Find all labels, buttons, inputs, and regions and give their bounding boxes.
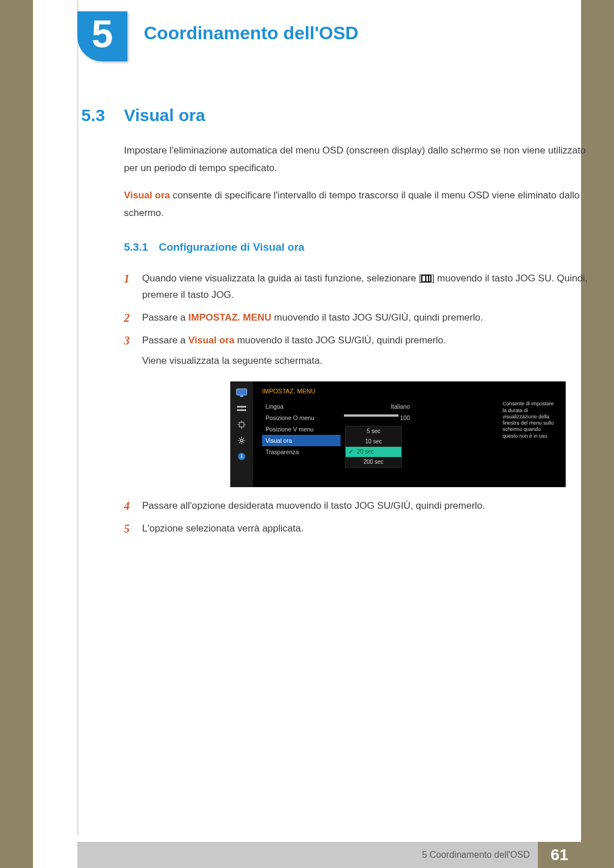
step-2-text-b: muovendo il tasto JOG SU/GIÙ, quindi pre… [271, 312, 483, 323]
osd-screenshot: i IMPOSTAZ. MENU Lingua Posizione O menu… [230, 381, 566, 487]
osd-popup-option: 10 sec [346, 437, 401, 447]
svg-rect-3 [237, 409, 246, 411]
step-2-text-a: Passare a [142, 312, 188, 323]
subsection-heading: 5.3.1 Configurazione di Visual ora [124, 238, 596, 257]
term-visual-ora: Visual ora [124, 190, 170, 201]
osd-popup-option: 5 sec [346, 426, 401, 437]
osd-header: IMPOSTAZ. MENU [259, 386, 561, 397]
intro-paragraph-1: Impostare l'eliminazione automatica del … [124, 142, 596, 177]
step-number: 5 [124, 519, 130, 539]
osd-menu-item: Posizione O menu [262, 412, 341, 423]
step-4: 4 Passare all'opzione desiderata muovend… [124, 497, 596, 514]
step-number: 3 [124, 331, 130, 351]
step-2: 2 Passare a IMPOSTAZ. MENU muovendo il t… [124, 309, 596, 326]
chapter-number-tab: 5 [77, 11, 127, 61]
step-1-text-a: Quando viene visualizzata la guida ai ta… [142, 273, 421, 284]
osd-sidebar: i [230, 381, 253, 487]
resize-icon [236, 420, 247, 429]
step-2-bold: IMPOSTAZ. MENU [188, 312, 271, 323]
svg-point-5 [240, 439, 243, 442]
footer-text: 5 Coordinamento dell'OSD [422, 842, 530, 868]
intro-p2-rest: consente di specificare l'intervallo di … [124, 190, 579, 218]
osd-value-poso: 100 [344, 412, 413, 423]
osd-hint-text: Consente di impostare la durata di visua… [503, 401, 557, 439]
info-icon: i [236, 452, 247, 461]
step-5: 5 L'opzione selezionata verrà applicata. [124, 520, 596, 537]
body-content: Impostare l'eliminazione automatica del … [124, 142, 596, 543]
monitor-icon [236, 388, 247, 397]
osd-menu-item: Posizione V menu [262, 423, 341, 435]
subsection-title: Configurazione di Visual ora [159, 241, 304, 253]
section-title: Visual ora [124, 106, 205, 125]
step-number: 2 [124, 308, 130, 328]
step-number: 4 [124, 496, 130, 516]
osd-menu-item: Trasparenza [262, 446, 341, 458]
gear-icon [236, 436, 247, 445]
section-number: 5.3 [81, 106, 105, 125]
step-4-text: Passare all'opzione desiderata muovendo … [142, 500, 485, 511]
osd-slider [344, 414, 399, 417]
step-3-text-b: muovendo il tasto JOG SU/GIÙ, quindi pre… [234, 335, 446, 346]
manual-page: 5 Coordinamento dell'OSD 5.3 Visual ora … [33, 0, 581, 868]
left-rule [77, 0, 78, 836]
osd-popup: 5 sec 10 sec 20 sec 200 sec [345, 426, 402, 468]
menu-grid-icon [421, 275, 432, 283]
steps-list: 1 Quando viene visualizzata la guida ai … [124, 270, 596, 537]
osd-menu-item-selected: Visual ora [262, 435, 341, 446]
svg-rect-2 [237, 406, 246, 408]
svg-text:i: i [241, 454, 242, 460]
step-3-bold: Visual ora [188, 335, 234, 346]
step-3-text-a: Passare a [142, 335, 188, 346]
chapter-title: Coordinamento dell'OSD [144, 23, 358, 44]
step-1: 1 Quando viene visualizzata la guida ai … [124, 270, 596, 304]
svg-rect-1 [240, 396, 243, 397]
osd-popup-option-selected: 20 sec [346, 447, 401, 457]
svg-rect-0 [237, 389, 247, 395]
osd-popup-option: 200 sec [346, 457, 401, 467]
step-3: 3 Passare a Visual ora muovendo il tasto… [124, 332, 596, 488]
osd-menu-list: Lingua Posizione O menu Posizione V menu… [262, 401, 341, 458]
page-number: 61 [538, 842, 581, 868]
osd-body: IMPOSTAZ. MENU Lingua Posizione O menu P… [259, 386, 561, 483]
step-number: 1 [124, 269, 130, 289]
step-3-text-c: Viene visualizzata la seguente schermata… [142, 355, 322, 366]
step-5-text: L'opzione selezionata verrà applicata. [142, 523, 304, 534]
osd-value-lingua: Italiano [344, 401, 413, 412]
osd-menu-item: Lingua [262, 401, 341, 412]
subsection-number: 5.3.1 [124, 241, 148, 253]
intro-paragraph-2: Visual ora consente di specificare l'int… [124, 187, 596, 222]
osd-values: Italiano 100 [344, 401, 413, 423]
sliders-icon [236, 404, 247, 413]
svg-rect-4 [239, 422, 244, 427]
